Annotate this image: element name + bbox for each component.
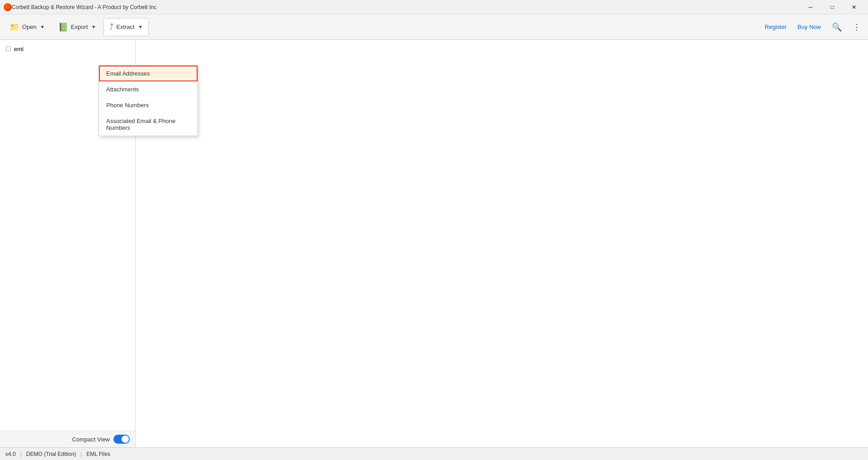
export-icon: 📗 <box>58 22 68 32</box>
dropdown-item-attachments[interactable]: Attachments <box>99 81 198 97</box>
right-content <box>136 40 868 447</box>
app-logo <box>4 3 12 11</box>
title-bar-controls: ─ □ ✕ <box>800 0 864 14</box>
open-button[interactable]: 📁 Open ▼ <box>4 18 51 36</box>
dropdown-item-associated-email-phone[interactable]: Associated Email & Phone Numbers <box>99 113 198 136</box>
folder-icon: 📁 <box>9 22 19 32</box>
search-button[interactable]: 🔍 <box>828 20 845 34</box>
sidebar-bottom: Compact View <box>0 431 135 447</box>
search-icon: 🔍 <box>832 23 842 32</box>
register-button[interactable]: Register <box>761 22 790 32</box>
title-bar-text: Corbett Backup & Restore Wizard - A Prod… <box>12 4 800 10</box>
separator-2: | <box>80 451 82 457</box>
minimize-button[interactable]: ─ <box>800 0 821 14</box>
export-chevron-icon: ▼ <box>91 24 96 29</box>
toolbar: 📁 Open ▼ 📗 Export ▼ ⤴ Extract ▼ Register… <box>0 14 868 40</box>
toggle-knob <box>122 436 129 443</box>
export-button[interactable]: 📗 Export ▼ <box>52 18 102 36</box>
extract-icon: ⤴ <box>109 22 113 32</box>
title-bar: Corbett Backup & Restore Wizard - A Prod… <box>0 0 868 14</box>
open-chevron-icon: ▼ <box>40 24 45 29</box>
extract-chevron-icon: ▼ <box>138 24 143 29</box>
buy-now-button[interactable]: Buy Now <box>794 22 825 32</box>
sidebar-folder-icon: ☐ <box>5 45 11 52</box>
export-label: Export <box>71 24 88 30</box>
version-label: v4.0 <box>5 451 16 457</box>
phone-numbers-label: Phone Numbers <box>106 102 149 109</box>
open-label: Open <box>22 24 37 30</box>
extract-button[interactable]: ⤴ Extract ▼ <box>104 18 148 36</box>
dropdown-item-email-addresses[interactable]: Email Addresses <box>99 66 198 81</box>
extract-dropdown-menu: Email Addresses Attachments Phone Number… <box>99 65 198 136</box>
separator-1: | <box>20 451 22 457</box>
file-type-label: EML Files <box>86 451 110 457</box>
associated-email-phone-label: Associated Email & Phone Numbers <box>106 118 175 131</box>
dropdown-item-phone-numbers[interactable]: Phone Numbers <box>99 97 198 113</box>
toolbar-right: Register Buy Now 🔍 ⋮ <box>761 20 864 34</box>
close-button[interactable]: ✕ <box>844 0 864 14</box>
more-options-button[interactable]: ⋮ <box>849 20 864 34</box>
sidebar-item-eml[interactable]: ☐ eml <box>0 43 135 54</box>
compact-view-toggle[interactable] <box>113 435 130 444</box>
attachments-label: Attachments <box>106 86 139 93</box>
extract-label: Extract <box>116 24 134 30</box>
maximize-button[interactable]: □ <box>822 0 843 14</box>
compact-view-label: Compact View <box>72 436 110 443</box>
status-bar: v4.0 | DEMO (Trial Edition) | EML Files <box>0 447 868 460</box>
more-icon: ⋮ <box>853 23 861 32</box>
sidebar-item-label: eml <box>14 46 24 52</box>
email-addresses-label: Email Addresses <box>106 70 150 77</box>
edition-label: DEMO (Trial Edition) <box>26 451 76 457</box>
